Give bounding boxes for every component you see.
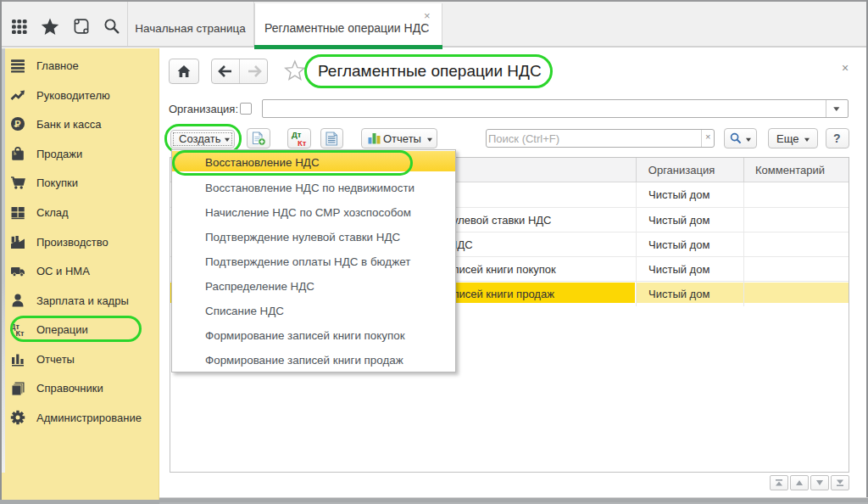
svg-text:Кт: Кт [298,138,307,148]
svg-text:Р: Р [14,119,20,129]
